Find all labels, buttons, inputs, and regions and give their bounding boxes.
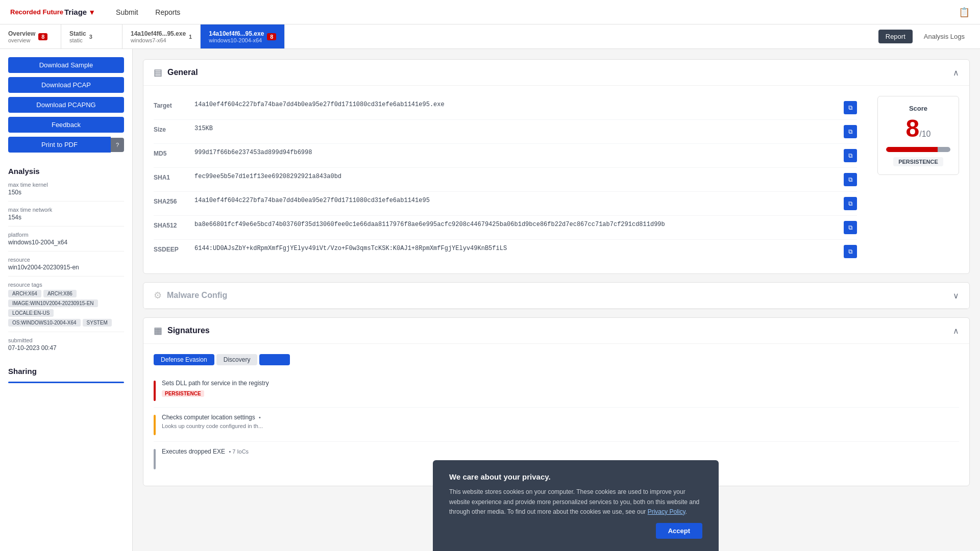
field-platform: platform windows10-2004_x64 xyxy=(8,232,124,252)
print-to-pdf-button[interactable]: Print to PDF xyxy=(8,137,111,153)
malware-config-header[interactable]: ⚙ Malware Config ∨ xyxy=(143,283,969,309)
sig-tab-defense-evasion[interactable]: Defense Evasion xyxy=(154,354,214,365)
tag-system: SYSTEM xyxy=(83,319,112,327)
sig-title-2: Executes dropped EXE • 7 IoCs xyxy=(162,448,959,455)
sidebar: Download Sample Download PCAP Download P… xyxy=(0,49,133,551)
signatures-icon: ▦ xyxy=(154,325,162,336)
report-button[interactable]: Report xyxy=(878,30,913,43)
general-fields: Target 14a10ef4f604c227bfa74bae7dd4b0ea9… xyxy=(154,96,857,263)
tag-image: IMAGE:WIN10V2004-20230915-EN xyxy=(8,299,98,307)
main-nav: Submit Reports xyxy=(116,8,195,16)
tab-static[interactable]: Static static 3 xyxy=(61,24,122,48)
copy-ssdeep-button[interactable]: ⧉ xyxy=(844,245,857,258)
score-bar xyxy=(886,147,950,152)
sig-title-0: Sets DLL path for service in the registr… xyxy=(162,380,959,387)
score-label: Score xyxy=(886,105,950,112)
score-tag: PERSISTENCE xyxy=(893,157,943,166)
cookie-accept-button[interactable]: Accept xyxy=(656,523,702,539)
book-icon[interactable]: 📋 xyxy=(959,7,970,18)
general-icon: ▤ xyxy=(154,67,162,78)
sig-item-1: Checks computer location settings • Look… xyxy=(154,408,959,442)
download-pcapng-button[interactable]: Download PCAPNG xyxy=(8,97,124,113)
tag-locale: LOCALE:EN-US xyxy=(8,309,54,317)
cookie-privacy-link[interactable]: Privacy Policy xyxy=(648,508,685,515)
general-card: ▤ General ∧ Target 14a10ef4f604c227bfa74… xyxy=(143,59,970,274)
cookie-title: We care about your privacy. xyxy=(449,472,702,481)
print-to-pdf-help-button[interactable]: ? xyxy=(111,138,124,152)
logo: Recorded Future Triage ▼ xyxy=(10,8,95,16)
sharing-title: Sharing xyxy=(8,367,124,375)
logo-triage: Triage xyxy=(64,8,87,16)
field-target: Target 14a10ef4f604c227bfa74bae7dd4b0ea9… xyxy=(154,96,857,120)
report-btn-area: Report Analysis Logs xyxy=(870,24,980,48)
tab-analysis1[interactable]: 14a10ef4f6...95.exe windows7-x64 1 xyxy=(122,24,201,48)
feedback-button[interactable]: Feedback xyxy=(8,117,124,133)
field-sha1: SHA1 fec99ee5b5e7d1e1f13ee69208292921a84… xyxy=(154,168,857,192)
copy-size-button[interactable]: ⧉ xyxy=(844,125,857,138)
sig-tab-3[interactable] xyxy=(259,354,290,365)
tab-bar: Overview overview 8 Static static 3 14a1… xyxy=(0,24,980,49)
field-resource: resource win10v2004-20230915-en xyxy=(8,257,124,277)
logo-triangle-icon: ▼ xyxy=(88,8,95,16)
field-resource-tags: resource tags ARCH:X64 ARCH:X86 IMAGE:WI… xyxy=(8,282,124,332)
field-max-time-network: max time network 154s xyxy=(8,207,124,227)
general-title: General xyxy=(167,68,198,77)
analysis-logs-button[interactable]: Analysis Logs xyxy=(917,30,972,43)
score-value: 8 xyxy=(906,115,920,142)
sig-title-1: Checks computer location settings • xyxy=(162,414,959,421)
signature-tabs: Defense Evasion Discovery xyxy=(154,354,959,365)
header: Recorded Future Triage ▼ Submit Reports … xyxy=(0,0,980,24)
sig-severity-gray-icon xyxy=(154,449,156,469)
score-max: /10 xyxy=(919,130,930,138)
tab-overview-badge: 8 xyxy=(38,33,47,40)
analysis-section-title: Analysis xyxy=(8,167,124,176)
tab-analysis2[interactable]: 14a10ef4f6...95.exe windows10-2004-x64 8 xyxy=(201,24,285,48)
sig-severity-red-icon xyxy=(154,381,156,401)
malware-config-icon: ⚙ xyxy=(154,290,162,301)
score-bar-fill xyxy=(886,147,950,152)
logo-recorded-future: Recorded Future xyxy=(10,8,63,16)
download-sample-button[interactable]: Download Sample xyxy=(8,57,124,73)
sig-severity-yellow-icon xyxy=(154,415,156,435)
general-card-header[interactable]: ▤ General ∧ xyxy=(143,60,969,86)
cookie-banner: We care about your privacy. This website… xyxy=(433,460,719,551)
field-submitted: submitted 07-10-2023 00:47 xyxy=(8,337,124,357)
malware-config-title: Malware Config xyxy=(167,291,227,300)
tab-overview[interactable]: Overview overview 8 xyxy=(0,24,61,48)
download-pcap-button[interactable]: Download PCAP xyxy=(8,77,124,93)
field-sha256: SHA256 14a10ef4f604c227bfa74bae7dd4b0ea9… xyxy=(154,192,857,216)
copy-sha256-button[interactable]: ⧉ xyxy=(844,197,857,210)
sig-ioc-dot-1: • xyxy=(259,414,261,420)
sig-subtitle-1: Looks up country code configured in th..… xyxy=(162,423,959,429)
tag-arch-x64: ARCH:X64 xyxy=(8,290,41,297)
resource-tags-list: ARCH:X64 ARCH:X86 IMAGE:WIN10V2004-20230… xyxy=(8,290,124,327)
field-ssdeep: SSDEEP 6144:UD0AJsZbY+kdRpmXmfFgjYElyv49… xyxy=(154,240,857,263)
sig-tab-discovery[interactable]: Discovery xyxy=(216,354,258,365)
tab-analysis1-count: 1 xyxy=(189,34,192,40)
copy-target-button[interactable]: ⧉ xyxy=(844,101,857,114)
tab-static-count: 3 xyxy=(89,34,92,40)
nav-submit[interactable]: Submit xyxy=(116,8,138,16)
sig-item-0: Sets DLL path for service in the registr… xyxy=(154,373,959,408)
general-card-body: Target 14a10ef4f604c227bfa74bae7dd4b0ea9… xyxy=(143,86,969,273)
signatures-title: Signatures xyxy=(167,326,210,335)
tag-os: OS:WINDOWS10-2004-X64 xyxy=(8,319,81,327)
tab-analysis2-badge: 8 xyxy=(267,33,276,40)
malware-config-chevron-icon: ∨ xyxy=(953,291,959,300)
cookie-text: This website stores cookies on your comp… xyxy=(449,487,702,517)
general-layout: Target 14a10ef4f604c227bfa74bae7dd4b0ea9… xyxy=(154,96,959,263)
nav-reports[interactable]: Reports xyxy=(155,8,180,16)
general-chevron-icon: ∧ xyxy=(953,68,959,78)
malware-config-card: ⚙ Malware Config ∨ xyxy=(143,282,970,309)
analysis-section: Analysis max time kernel 150s max time n… xyxy=(8,167,124,357)
copy-sha1-button[interactable]: ⧉ xyxy=(844,173,857,186)
sig-ioc-label-2: • 7 IoCs xyxy=(229,448,249,455)
tag-arch-x86: ARCH:X86 xyxy=(43,290,77,297)
field-max-time-kernel: max time kernel 150s xyxy=(8,182,124,202)
signatures-chevron-icon: ∧ xyxy=(953,326,959,336)
copy-md5-button[interactable]: ⧉ xyxy=(844,149,857,162)
field-size: Size 315KB ⧉ xyxy=(154,120,857,144)
score-display: 8/10 xyxy=(886,116,950,141)
copy-sha512-button[interactable]: ⧉ xyxy=(844,221,857,234)
signatures-card-header[interactable]: ▦ Signatures ∧ xyxy=(143,318,969,344)
